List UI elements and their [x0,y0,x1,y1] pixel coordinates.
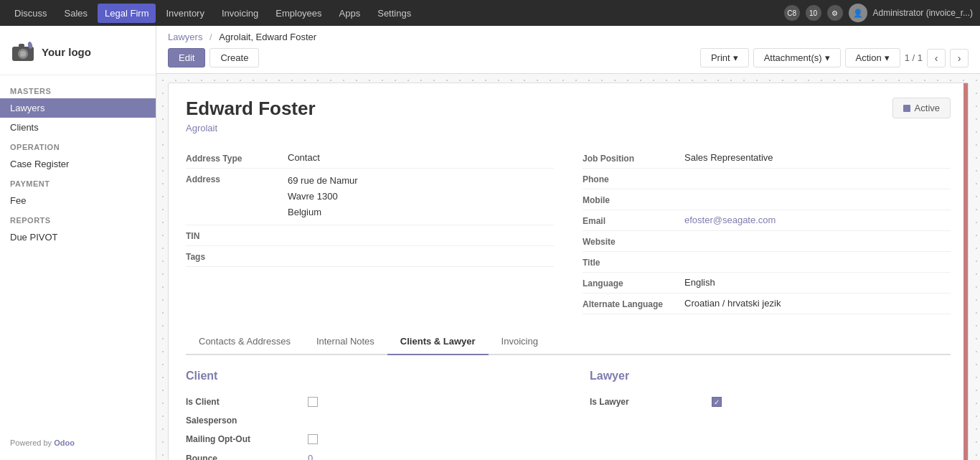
sidebar: Your logo Masters Lawyers Clients Operat… [0,26,156,460]
nav-item-sales[interactable]: Sales [57,4,95,23]
attachments-button[interactable]: Attachment(s) ▾ [753,48,841,67]
toolbar-area: Lawyers / Agrolait, Edward Foster Edit C… [156,26,980,74]
notification-icon-1[interactable]: C8 [784,5,800,21]
sidebar-section-reports: Reports Due PIVOT [0,210,156,247]
field-label-address-type: Address Type [186,152,279,164]
lawyer-section: Lawyer Is Lawyer ✓ [590,370,951,460]
svg-rect-3 [19,44,24,47]
action-chevron-icon: ▾ [885,52,890,63]
print-button[interactable]: Print ▾ [700,48,749,67]
label-salesperson: Salesperson [186,416,301,426]
label-mailing-opt-out: Mailing Opt-Out [186,434,301,444]
field-value-email[interactable]: efoster@seagate.com [684,215,951,225]
field-address: Address 69 rue de NamurWavre 1300Belgium [186,169,554,225]
next-page-button[interactable]: › [950,49,969,67]
field-salesperson: Salesperson [186,411,547,430]
sidebar-item-case-register[interactable]: Case Register [0,154,156,174]
field-mailing-opt-out: Mailing Opt-Out [186,430,547,449]
sidebar-section-masters: Masters Lawyers Clients [0,81,156,137]
breadcrumb: Lawyers / Agrolait, Edward Foster [168,32,969,42]
color-bar [963,83,968,460]
odoo-link[interactable]: Odoo [54,438,75,447]
section-label-payment: Payment [0,174,156,191]
field-address-type: Address Type Contact [186,148,554,169]
section-label-masters: Masters [0,81,156,98]
nav-item-employees[interactable]: Employees [268,4,329,23]
field-label-language: Language [583,277,676,288]
tab-invoicing[interactable]: Invoicing [489,329,551,355]
action-button[interactable]: Action ▾ [845,48,900,67]
checkbox-is-client[interactable] [308,397,318,407]
sidebar-item-fee[interactable]: Fee [0,191,156,210]
field-website: Website [583,231,951,252]
create-button[interactable]: Create [209,48,259,67]
fields-grid: Address Type Contact Address 69 rue de N… [186,148,951,314]
status-badge[interactable]: Active [892,98,951,118]
settings-icon[interactable]: ⚙ [827,5,843,21]
user-name: Administrator (invoice_r...) [873,8,973,18]
tab-section-grid: Client Is Client Salesperson [186,370,951,460]
breadcrumb-parent[interactable]: Lawyers [168,32,202,42]
user-avatar[interactable]: 👤 [849,4,867,22]
nav-item-legal-firm[interactable]: Legal Firm [98,4,156,23]
sidebar-item-clients[interactable]: Clients [0,118,156,137]
field-tags: Tags [186,246,554,267]
field-label-website: Website [583,235,676,247]
logo-text: Your logo [42,46,91,58]
field-is-client: Is Client [186,393,547,411]
tab-contacts-addresses[interactable]: Contacts & Addresses [186,329,303,355]
toolbar: Edit Create Print ▾ Attachment(s) ▾ Acti… [168,48,969,67]
field-phone: Phone [583,169,951,189]
field-value-address-type: Contact [288,152,554,163]
client-section: Client Is Client Salesperson [186,370,547,460]
checkbox-mailing-opt-out[interactable] [308,434,318,444]
print-chevron-icon: ▾ [733,52,738,63]
sidebar-section-operation: Operation Case Register [0,137,156,174]
tab-content-clients-lawyer: Client Is Client Salesperson [186,355,951,460]
field-label-address: Address [186,173,279,184]
field-label-email: Email [583,215,676,226]
attachments-chevron-icon: ▾ [825,52,830,63]
status-label: Active [915,103,940,113]
value-bounce[interactable]: 0 [308,453,313,460]
nav-item-inventory[interactable]: Inventory [159,4,211,23]
main-layout: Your logo Masters Lawyers Clients Operat… [0,26,980,460]
field-bounce: Bounce 0 [186,449,547,460]
field-value-job-position: Sales Representative [684,152,951,163]
nav-item-apps[interactable]: Apps [332,4,368,23]
field-value-language: English [684,277,951,288]
field-label-tags: Tags [186,250,279,262]
client-section-title: Client [186,370,547,382]
label-is-client: Is Client [186,397,301,407]
content-area: Edward Foster Agrolait Active [156,74,980,460]
field-mobile: Mobile [583,189,951,210]
field-label-mobile: Mobile [583,194,676,205]
form-card: Edward Foster Agrolait Active [168,83,969,460]
sidebar-item-lawyers[interactable]: Lawyers [0,98,156,118]
tab-clients-lawyer[interactable]: Clients & Lawyer [387,329,489,355]
notification-icon-2[interactable]: 10 [806,5,821,21]
tab-internal-notes[interactable]: Internal Notes [303,329,387,355]
field-label-phone: Phone [583,173,676,184]
breadcrumb-separator: / [209,32,212,42]
record-subtitle[interactable]: Agrolait [186,123,892,133]
nav-item-invoicing[interactable]: Invoicing [215,4,265,23]
field-value-address: 69 rue de NamurWavre 1300Belgium [288,173,554,220]
form-body: Edward Foster Agrolait Active [169,83,968,460]
pagination-area: 1 / 1 ‹ › [905,49,969,67]
status-dot [903,105,910,112]
breadcrumb-current: Agrolait, Edward Foster [219,32,316,42]
field-label-job-position: Job Position [583,152,676,164]
sidebar-footer: Powered by Odoo [0,433,85,453]
prev-page-button[interactable]: ‹ [927,49,946,67]
label-is-lawyer: Is Lawyer [590,397,705,407]
edit-button[interactable]: Edit [168,48,205,67]
record-header: Edward Foster Agrolait Active [186,98,951,133]
section-label-operation: Operation [0,137,156,154]
checkbox-is-lawyer[interactable]: ✓ [712,397,722,407]
nav-item-settings[interactable]: Settings [370,4,418,23]
field-is-lawyer: Is Lawyer ✓ [590,393,951,411]
top-nav: Discuss Sales Legal Firm Inventory Invoi… [0,0,980,26]
nav-item-discuss[interactable]: Discuss [7,4,55,23]
sidebar-item-due-pivot[interactable]: Due PIVOT [0,227,156,247]
